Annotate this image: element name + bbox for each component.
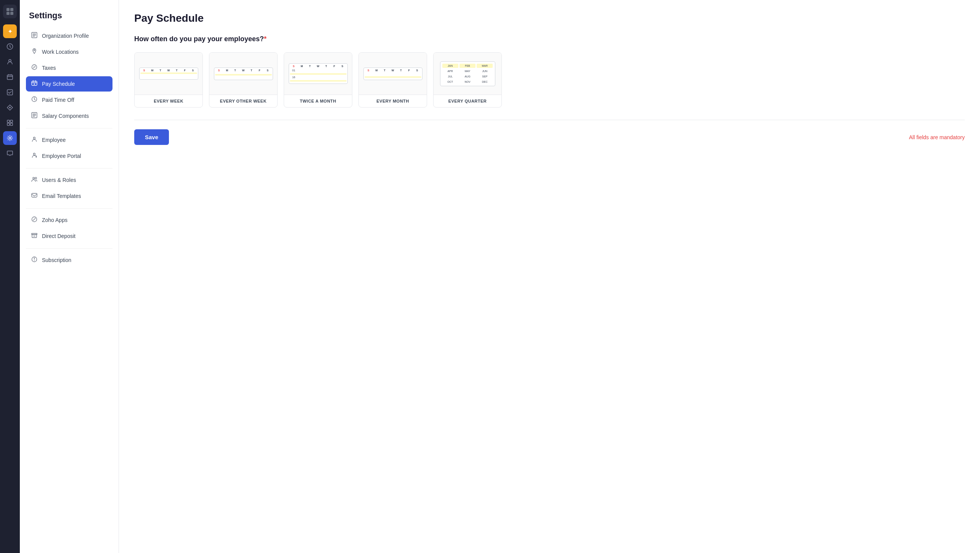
every-month-preview: SMTWTFS — [359, 53, 427, 95]
twice-a-month-calendar: SMTWTFS 01 16 — [289, 63, 348, 84]
every-month-calendar: SMTWTFS — [363, 68, 423, 80]
svg-rect-12 — [10, 123, 13, 125]
grid-nav-icon[interactable] — [3, 116, 17, 130]
svg-point-22 — [34, 153, 35, 155]
sidebar-title: Settings — [26, 11, 112, 21]
email-templates-icon — [31, 192, 38, 200]
schedule-card-every-other-week[interactable]: SMTWTFS — [209, 52, 278, 108]
sidebar-item-direct-deposit[interactable]: Direct Deposit — [26, 228, 112, 244]
mandatory-note: All fields are mandatory — [909, 134, 965, 140]
checklist-nav-icon[interactable] — [3, 85, 17, 99]
every-other-week-calendar: SMTWTFS — [214, 68, 273, 80]
every-quarter-calendar: JAN FEB MAR APR MAY JUN JUL AUG SEP OCT … — [440, 61, 495, 86]
tag-nav-icon[interactable] — [3, 101, 17, 114]
svg-rect-1 — [10, 8, 13, 11]
zoho-apps-label: Zoho Apps — [42, 217, 67, 223]
subscription-label: Subscription — [42, 257, 71, 263]
svg-rect-6 — [7, 75, 13, 80]
direct-deposit-label: Direct Deposit — [42, 233, 76, 239]
quarter-jun: JUN — [477, 69, 493, 73]
work-locations-label: Work Locations — [42, 49, 79, 55]
separator-4 — [26, 248, 112, 249]
paid-time-off-label: Paid Time Off — [42, 97, 74, 103]
employee-label: Employee — [42, 137, 66, 143]
svg-rect-7 — [7, 90, 13, 95]
quarter-nov: NOV — [459, 80, 476, 84]
zoho-apps-icon — [31, 216, 38, 224]
svg-point-5 — [9, 59, 11, 62]
email-templates-label: Email Templates — [42, 193, 81, 199]
svg-point-24 — [35, 177, 37, 179]
every-quarter-label: EVERY QUARTER — [434, 95, 501, 107]
quarter-feb: FEB — [459, 64, 476, 68]
sidebar-item-work-locations[interactable]: Work Locations — [26, 44, 112, 59]
svg-rect-11 — [7, 123, 10, 125]
sidebar-item-zoho-apps[interactable]: Zoho Apps — [26, 212, 112, 228]
taxes-icon — [31, 64, 38, 72]
schedule-cards: SMTWTFS EVERY WEEK — [134, 52, 965, 108]
org-profile-icon — [31, 32, 38, 40]
every-other-week-label: EVERY OTHER WEEK — [209, 95, 277, 107]
separator-1 — [26, 128, 112, 129]
schedule-card-every-week[interactable]: SMTWTFS EVERY WEEK — [134, 52, 203, 108]
sidebar-item-users-roles[interactable]: Users & Roles — [26, 172, 112, 188]
svg-rect-0 — [6, 8, 10, 11]
required-star: * — [264, 35, 267, 43]
sidebar-item-org-profile[interactable]: Organization Profile — [26, 28, 112, 43]
quarter-oct: OCT — [442, 80, 458, 84]
action-row: Save All fields are mandatory — [134, 129, 965, 145]
twice-a-month-preview: SMTWTFS 01 16 — [284, 53, 352, 95]
divider — [134, 120, 965, 120]
quarter-aug: AUG — [459, 74, 476, 79]
save-button[interactable]: Save — [134, 129, 169, 145]
question-label: How often do you pay your employees?* — [134, 35, 965, 43]
employee-portal-icon — [31, 152, 38, 160]
schedule-card-twice-a-month[interactable]: SMTWTFS 01 16 — [284, 52, 352, 108]
svg-point-15 — [34, 50, 35, 51]
svg-rect-2 — [6, 12, 10, 15]
svg-point-8 — [9, 107, 11, 108]
separator-3 — [26, 208, 112, 209]
paid-time-off-icon — [31, 96, 38, 104]
pay-schedule-icon — [31, 80, 38, 88]
quarter-mar: MAR — [477, 64, 493, 68]
quarter-jul: JUL — [442, 74, 458, 79]
page-title: Pay Schedule — [134, 12, 965, 24]
gear-nav-icon[interactable] — [3, 131, 17, 145]
employee-icon — [31, 136, 38, 144]
work-locations-icon — [31, 48, 38, 56]
sidebar-item-employee[interactable]: Employee — [26, 132, 112, 148]
svg-point-18 — [34, 84, 35, 85]
person-nav-icon[interactable] — [3, 55, 17, 69]
separator-2 — [26, 168, 112, 169]
svg-point-21 — [34, 137, 35, 139]
users-roles-icon — [31, 176, 38, 184]
schedule-card-every-quarter[interactable]: JAN FEB MAR APR MAY JUN JUL AUG SEP OCT … — [433, 52, 502, 108]
quarter-apr: APR — [442, 69, 458, 73]
calendar-nav-icon[interactable] — [3, 70, 17, 84]
every-week-preview: SMTWTFS — [135, 53, 202, 95]
sidebar-item-taxes[interactable]: Taxes — [26, 60, 112, 76]
schedule-card-every-month[interactable]: SMTWTFS — [358, 52, 427, 108]
sidebar-item-pay-schedule[interactable]: Pay Schedule — [26, 76, 112, 92]
svg-point-13 — [9, 137, 11, 139]
clock-nav-icon[interactable] — [3, 40, 17, 53]
star-nav-icon[interactable]: ✦ — [3, 24, 17, 38]
sidebar-item-salary-components[interactable]: Salary Components — [26, 108, 112, 124]
direct-deposit-icon — [31, 232, 38, 240]
svg-rect-10 — [10, 120, 13, 122]
sidebar: Settings Organization Profile Work Locat… — [20, 0, 119, 553]
sidebar-item-employee-portal[interactable]: Employee Portal — [26, 148, 112, 164]
sidebar-item-paid-time-off[interactable]: Paid Time Off — [26, 92, 112, 108]
sidebar-item-subscription[interactable]: Subscription — [26, 252, 112, 268]
icon-bar: ✦ — [0, 0, 20, 553]
chat-nav-icon[interactable] — [3, 146, 17, 160]
app-logo — [3, 5, 17, 18]
salary-components-icon — [31, 112, 38, 120]
pay-schedule-label: Pay Schedule — [42, 81, 75, 87]
main-content: Pay Schedule How often do you pay your e… — [119, 0, 980, 553]
twice-a-month-label: TWICE A MONTH — [284, 95, 352, 107]
every-week-label: EVERY WEEK — [135, 95, 202, 107]
sidebar-item-email-templates[interactable]: Email Templates — [26, 188, 112, 204]
every-other-week-preview: SMTWTFS — [209, 53, 277, 95]
